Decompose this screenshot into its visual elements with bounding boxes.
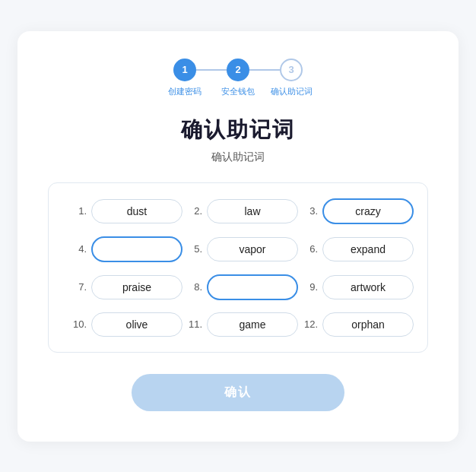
word-input-8[interactable] (207, 274, 298, 300)
word-cell-1: 1. (67, 199, 182, 223)
word-cell-2: 2. (182, 199, 298, 223)
word-input-12[interactable] (322, 312, 414, 337)
main-card: 1 2 3 创建密码 安全钱包 确认助记词 确认助记词 确认助记词 1. 2. (17, 31, 459, 442)
word-cell-12: 12. (298, 312, 414, 337)
word-input-11[interactable] (207, 312, 298, 337)
word-num-5: 5. (182, 243, 202, 255)
stepper-labels: 创建密码 安全钱包 确认助记词 (162, 86, 314, 97)
word-cell-7: 7. (67, 275, 182, 299)
word-input-6[interactable] (322, 237, 414, 261)
step-2: 2 (227, 59, 249, 81)
word-input-1[interactable] (91, 199, 182, 223)
word-input-2[interactable] (207, 199, 298, 223)
word-cell-9: 9. (298, 275, 414, 299)
word-input-10[interactable] (91, 312, 182, 337)
word-num-9: 9. (298, 281, 318, 293)
word-cell-6: 6. (298, 237, 414, 261)
step-1: 1 (173, 59, 196, 81)
word-row-1: 1. 2. 3. (67, 198, 409, 224)
word-row-3: 7. 8. 9. (67, 274, 409, 300)
word-input-9[interactable] (322, 275, 414, 299)
word-num-8: 8. (182, 281, 202, 293)
stepper: 1 2 3 创建密码 安全钱包 确认助记词 (48, 59, 428, 97)
word-input-5[interactable] (207, 237, 298, 261)
step-label-3: 确认助记词 (268, 86, 314, 97)
word-input-7[interactable] (91, 275, 182, 299)
word-cell-8: 8. (182, 274, 298, 300)
word-num-7: 7. (67, 281, 87, 293)
word-input-3[interactable] (322, 198, 414, 224)
word-input-4[interactable] (91, 236, 182, 262)
word-num-11: 11. (182, 318, 202, 330)
word-row-4: 10. 11. 12. (67, 312, 409, 337)
word-cell-10: 10. (67, 312, 182, 337)
page-title: 确认助记词 (48, 116, 428, 144)
word-cell-11: 11. (182, 312, 298, 337)
step-3: 3 (280, 59, 303, 81)
word-cell-3: 3. (298, 198, 414, 224)
word-grid: 1. 2. 3. 4. 5. 6. (48, 182, 428, 353)
step-line-2 (249, 69, 280, 71)
word-num-3: 3. (298, 205, 318, 217)
word-cell-5: 5. (182, 237, 298, 261)
step-line-1 (196, 69, 227, 71)
confirm-button[interactable]: 确认 (132, 374, 344, 411)
word-num-6: 6. (298, 243, 318, 255)
stepper-circles: 1 2 3 (173, 59, 303, 81)
word-row-2: 4. 5. 6. (67, 236, 409, 262)
word-num-10: 10. (67, 318, 87, 330)
word-num-4: 4. (67, 243, 87, 255)
word-num-12: 12. (298, 318, 318, 330)
word-num-2: 2. (182, 205, 202, 217)
page-subtitle: 确认助记词 (48, 150, 428, 164)
step-label-1: 创建密码 (162, 86, 208, 97)
word-num-1: 1. (67, 205, 87, 217)
word-cell-4: 4. (67, 236, 182, 262)
step-label-2: 安全钱包 (215, 86, 261, 97)
